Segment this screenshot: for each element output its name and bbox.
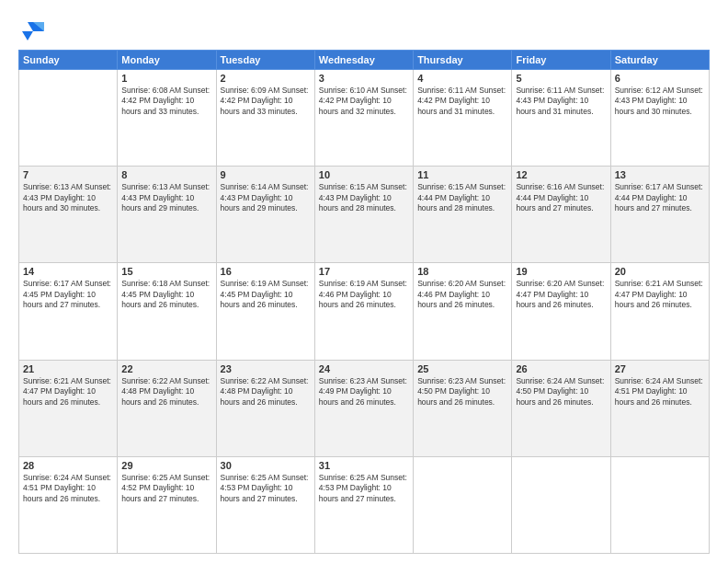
- day-info: Sunrise: 6:20 AM Sunset: 4:46 PM Dayligh…: [417, 279, 507, 310]
- calendar-cell: 10Sunrise: 6:15 AM Sunset: 4:43 PM Dayli…: [314, 167, 413, 263]
- calendar-cell: 16Sunrise: 6:19 AM Sunset: 4:45 PM Dayli…: [216, 263, 314, 360]
- day-number: 22: [121, 363, 211, 374]
- calendar-cell: 20Sunrise: 6:21 AM Sunset: 4:47 PM Dayli…: [610, 263, 709, 360]
- day-number: 15: [121, 266, 211, 277]
- calendar-header-saturday: Saturday: [610, 51, 709, 70]
- day-number: 26: [516, 363, 606, 374]
- day-info: Sunrise: 6:24 AM Sunset: 4:50 PM Dayligh…: [516, 376, 606, 408]
- calendar-cell: 22Sunrise: 6:22 AM Sunset: 4:48 PM Dayli…: [118, 360, 216, 456]
- day-info: Sunrise: 6:13 AM Sunset: 4:43 PM Dayligh…: [23, 182, 113, 213]
- day-info: Sunrise: 6:13 AM Sunset: 4:43 PM Dayligh…: [121, 182, 211, 213]
- day-info: Sunrise: 6:22 AM Sunset: 4:48 PM Dayligh…: [121, 376, 211, 408]
- calendar-header-sunday: Sunday: [19, 51, 118, 70]
- day-number: 9: [221, 169, 311, 180]
- calendar-table: SundayMondayTuesdayWednesdayThursdayFrid…: [18, 50, 710, 554]
- day-number: 10: [319, 169, 409, 180]
- calendar-week-row: 14Sunrise: 6:17 AM Sunset: 4:45 PM Dayli…: [19, 263, 710, 360]
- calendar-cell: 13Sunrise: 6:17 AM Sunset: 4:44 PM Dayli…: [610, 167, 709, 263]
- day-info: Sunrise: 6:14 AM Sunset: 4:43 PM Dayligh…: [221, 182, 311, 213]
- calendar-cell: 21Sunrise: 6:21 AM Sunset: 4:47 PM Dayli…: [19, 360, 118, 456]
- day-info: Sunrise: 6:19 AM Sunset: 4:46 PM Dayligh…: [319, 279, 409, 310]
- day-info: Sunrise: 6:15 AM Sunset: 4:43 PM Dayligh…: [319, 182, 409, 213]
- day-info: Sunrise: 6:23 AM Sunset: 4:50 PM Dayligh…: [417, 376, 507, 408]
- day-info: Sunrise: 6:19 AM Sunset: 4:45 PM Dayligh…: [221, 279, 311, 310]
- calendar-cell: 3Sunrise: 6:10 AM Sunset: 4:42 PM Daylig…: [314, 70, 413, 167]
- day-number: 5: [516, 73, 606, 84]
- calendar-cell: 30Sunrise: 6:25 AM Sunset: 4:53 PM Dayli…: [216, 456, 314, 553]
- calendar-cell: 24Sunrise: 6:23 AM Sunset: 4:49 PM Dayli…: [314, 360, 413, 456]
- calendar-cell: 6Sunrise: 6:12 AM Sunset: 4:43 PM Daylig…: [610, 70, 709, 167]
- day-number: 20: [615, 266, 705, 277]
- calendar-header-tuesday: Tuesday: [216, 51, 314, 70]
- calendar-cell: 25Sunrise: 6:23 AM Sunset: 4:50 PM Dayli…: [414, 360, 512, 456]
- calendar-cell: 4Sunrise: 6:11 AM Sunset: 4:42 PM Daylig…: [414, 70, 512, 167]
- day-info: Sunrise: 6:10 AM Sunset: 4:42 PM Dayligh…: [319, 86, 409, 117]
- calendar-cell: [610, 456, 709, 553]
- calendar-cell: 7Sunrise: 6:13 AM Sunset: 4:43 PM Daylig…: [19, 167, 118, 263]
- day-number: 31: [319, 460, 409, 471]
- day-number: 4: [417, 73, 507, 84]
- calendar-cell: 17Sunrise: 6:19 AM Sunset: 4:46 PM Dayli…: [314, 263, 413, 360]
- logo: [18, 15, 50, 42]
- day-info: Sunrise: 6:23 AM Sunset: 4:49 PM Dayligh…: [319, 376, 409, 408]
- calendar-header-friday: Friday: [512, 51, 610, 70]
- day-info: Sunrise: 6:24 AM Sunset: 4:51 PM Dayligh…: [615, 376, 705, 408]
- calendar-cell: 8Sunrise: 6:13 AM Sunset: 4:43 PM Daylig…: [118, 167, 216, 263]
- day-number: 2: [221, 73, 311, 84]
- day-info: Sunrise: 6:11 AM Sunset: 4:42 PM Dayligh…: [417, 86, 507, 117]
- calendar-cell: 26Sunrise: 6:24 AM Sunset: 4:50 PM Dayli…: [512, 360, 610, 456]
- day-number: 17: [319, 266, 409, 277]
- day-info: Sunrise: 6:12 AM Sunset: 4:43 PM Dayligh…: [615, 86, 705, 117]
- calendar-header-monday: Monday: [118, 51, 216, 70]
- day-number: 6: [615, 73, 705, 84]
- calendar-cell: [19, 70, 118, 167]
- calendar-cell: 29Sunrise: 6:25 AM Sunset: 4:52 PM Dayli…: [118, 456, 216, 553]
- day-number: 29: [121, 460, 211, 471]
- day-info: Sunrise: 6:17 AM Sunset: 4:44 PM Dayligh…: [615, 182, 705, 213]
- day-info: Sunrise: 6:18 AM Sunset: 4:45 PM Dayligh…: [121, 279, 211, 310]
- calendar-week-row: 7Sunrise: 6:13 AM Sunset: 4:43 PM Daylig…: [19, 167, 710, 263]
- calendar-cell: 5Sunrise: 6:11 AM Sunset: 4:43 PM Daylig…: [512, 70, 610, 167]
- day-number: 13: [615, 169, 705, 180]
- day-info: Sunrise: 6:17 AM Sunset: 4:45 PM Dayligh…: [23, 279, 113, 310]
- calendar-cell: 18Sunrise: 6:20 AM Sunset: 4:46 PM Dayli…: [414, 263, 512, 360]
- calendar-cell: 27Sunrise: 6:24 AM Sunset: 4:51 PM Dayli…: [610, 360, 709, 456]
- day-number: 30: [221, 460, 311, 471]
- day-number: 3: [319, 73, 409, 84]
- day-info: Sunrise: 6:11 AM Sunset: 4:43 PM Dayligh…: [516, 86, 606, 117]
- day-info: Sunrise: 6:25 AM Sunset: 4:53 PM Dayligh…: [319, 473, 409, 504]
- calendar-week-row: 1Sunrise: 6:08 AM Sunset: 4:42 PM Daylig…: [19, 70, 710, 167]
- day-number: 19: [516, 266, 606, 277]
- calendar-cell: 11Sunrise: 6:15 AM Sunset: 4:44 PM Dayli…: [414, 167, 512, 263]
- day-number: 18: [417, 266, 507, 277]
- day-number: 27: [615, 363, 705, 374]
- calendar-cell: 23Sunrise: 6:22 AM Sunset: 4:48 PM Dayli…: [216, 360, 314, 456]
- day-number: 23: [221, 363, 311, 374]
- calendar-cell: 28Sunrise: 6:24 AM Sunset: 4:51 PM Dayli…: [19, 456, 118, 553]
- day-number: 16: [221, 266, 311, 277]
- calendar-header-wednesday: Wednesday: [314, 51, 413, 70]
- page: SundayMondayTuesdayWednesdayThursdayFrid…: [0, 0, 728, 563]
- day-info: Sunrise: 6:08 AM Sunset: 4:42 PM Dayligh…: [121, 86, 211, 117]
- calendar-cell: [414, 456, 512, 553]
- calendar-cell: 1Sunrise: 6:08 AM Sunset: 4:42 PM Daylig…: [118, 70, 216, 167]
- calendar-cell: 12Sunrise: 6:16 AM Sunset: 4:44 PM Dayli…: [512, 167, 610, 263]
- day-number: 28: [23, 460, 113, 471]
- calendar-cell: [512, 456, 610, 553]
- day-info: Sunrise: 6:25 AM Sunset: 4:52 PM Dayligh…: [121, 473, 211, 504]
- calendar-cell: 2Sunrise: 6:09 AM Sunset: 4:42 PM Daylig…: [216, 70, 314, 167]
- day-info: Sunrise: 6:20 AM Sunset: 4:47 PM Dayligh…: [516, 279, 606, 310]
- day-info: Sunrise: 6:22 AM Sunset: 4:48 PM Dayligh…: [221, 376, 311, 408]
- day-number: 12: [516, 169, 606, 180]
- calendar-header-thursday: Thursday: [414, 51, 512, 70]
- day-info: Sunrise: 6:21 AM Sunset: 4:47 PM Dayligh…: [615, 279, 705, 310]
- day-info: Sunrise: 6:15 AM Sunset: 4:44 PM Dayligh…: [417, 182, 507, 213]
- calendar-cell: 19Sunrise: 6:20 AM Sunset: 4:47 PM Dayli…: [512, 263, 610, 360]
- day-number: 8: [121, 169, 211, 180]
- day-number: 14: [23, 266, 113, 277]
- day-info: Sunrise: 6:09 AM Sunset: 4:42 PM Dayligh…: [221, 86, 311, 117]
- day-number: 7: [23, 169, 113, 180]
- logo-icon: [18, 15, 46, 42]
- calendar-cell: 9Sunrise: 6:14 AM Sunset: 4:43 PM Daylig…: [216, 167, 314, 263]
- day-info: Sunrise: 6:25 AM Sunset: 4:53 PM Dayligh…: [221, 473, 311, 504]
